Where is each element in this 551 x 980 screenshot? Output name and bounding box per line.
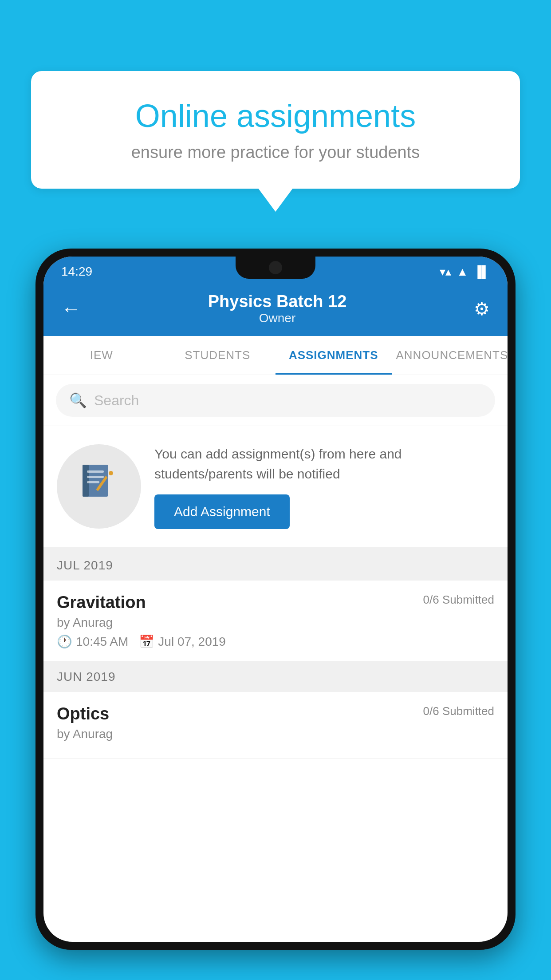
assignment-row-top-optics: Optics 0/6 Submitted <box>57 704 494 723</box>
assignment-by-optics: by Anurag <box>57 727 494 741</box>
assignment-item-optics[interactable]: Optics 0/6 Submitted by Anurag <box>43 692 508 759</box>
header-title-group: Physics Batch 12 Owner <box>208 292 347 325</box>
assignment-title-gravitation: Gravitation <box>57 593 146 612</box>
search-container: 🔍 Search <box>43 375 508 426</box>
clock-icon: 🕐 <box>57 634 72 649</box>
promo-text: You can add assignment(s) from here and … <box>154 444 494 484</box>
back-button[interactable]: ← <box>61 298 81 320</box>
signal-icon: ▲ <box>457 265 468 279</box>
speech-bubble: Online assignments ensure more practice … <box>31 71 520 189</box>
tab-assignments[interactable]: ASSIGNMENTS <box>276 336 392 375</box>
phone-notch <box>236 257 315 279</box>
meta-date-gravitation: 📅 Jul 07, 2019 <box>139 634 226 649</box>
battery-icon: ▐▌ <box>473 265 490 279</box>
promo-area: You can add assignment(s) from here and … <box>43 426 508 550</box>
phone-screen: 14:29 ▾▴ ▲ ▐▌ ← Physics Batch 12 Owner ⚙ <box>43 257 508 942</box>
status-icons: ▾▴ ▲ ▐▌ <box>440 265 490 279</box>
phone-device: 14:29 ▾▴ ▲ ▐▌ ← Physics Batch 12 Owner ⚙ <box>35 249 516 980</box>
header-title: Physics Batch 12 <box>208 292 347 311</box>
assignment-meta-gravitation: 🕐 10:45 AM 📅 Jul 07, 2019 <box>57 634 494 649</box>
tabs-container: IEW STUDENTS ASSIGNMENTS ANNOUNCEMENTS <box>43 336 508 375</box>
assignment-item-gravitation[interactable]: Gravitation 0/6 Submitted by Anurag 🕐 10… <box>43 581 508 662</box>
assignment-date-gravitation: Jul 07, 2019 <box>158 635 226 649</box>
app-header: ← Physics Batch 12 Owner ⚙ <box>43 283 508 336</box>
search-icon: 🔍 <box>69 392 87 409</box>
tab-announcements[interactable]: ANNOUNCEMENTS <box>392 336 508 375</box>
status-time: 14:29 <box>61 265 92 279</box>
phone-body: 14:29 ▾▴ ▲ ▐▌ ← Physics Batch 12 Owner ⚙ <box>35 249 516 950</box>
assignment-submitted-gravitation: 0/6 Submitted <box>423 593 494 607</box>
assignment-title-optics: Optics <box>57 704 109 723</box>
notebook-icon <box>79 462 119 511</box>
svg-rect-3 <box>87 476 104 478</box>
search-input-wrapper[interactable]: 🔍 Search <box>56 384 495 417</box>
svg-rect-4 <box>87 481 99 483</box>
header-subtitle: Owner <box>208 311 347 325</box>
phone-camera <box>269 261 282 274</box>
promo-content: You can add assignment(s) from here and … <box>154 444 494 529</box>
section-header-jun: JUN 2019 <box>43 662 508 692</box>
assignment-row-top: Gravitation 0/6 Submitted <box>57 593 494 612</box>
promo-icon-circle <box>57 444 141 529</box>
tab-iew[interactable]: IEW <box>43 336 160 375</box>
svg-point-6 <box>109 471 113 475</box>
assignment-submitted-optics: 0/6 Submitted <box>423 704 494 718</box>
speech-bubble-container: Online assignments ensure more practice … <box>31 71 520 189</box>
speech-bubble-subtitle: ensure more practice for your students <box>62 143 489 162</box>
svg-rect-1 <box>83 465 89 497</box>
settings-icon[interactable]: ⚙ <box>474 299 490 319</box>
assignment-time-gravitation: 10:45 AM <box>76 635 128 649</box>
search-placeholder: Search <box>94 392 139 409</box>
wifi-icon: ▾▴ <box>440 265 451 279</box>
assignment-by-gravitation: by Anurag <box>57 616 494 630</box>
speech-bubble-title: Online assignments <box>62 98 489 134</box>
tab-students[interactable]: STUDENTS <box>160 336 276 375</box>
add-assignment-button[interactable]: Add Assignment <box>154 494 290 529</box>
calendar-icon: 📅 <box>139 634 154 649</box>
meta-time-gravitation: 🕐 10:45 AM <box>57 634 128 649</box>
section-header-jul: JUL 2019 <box>43 550 508 581</box>
svg-rect-2 <box>87 470 104 473</box>
